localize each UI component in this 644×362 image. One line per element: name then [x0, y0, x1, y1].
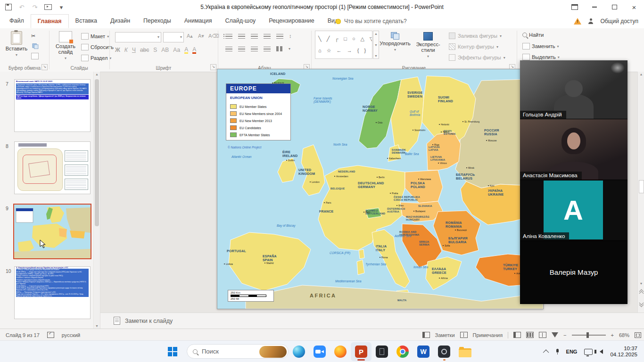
next-slide-button[interactable]: [638, 301, 644, 309]
speaker-icon[interactable]: [600, 349, 603, 354]
ribbon-tab[interactable]: Переходы: [137, 14, 178, 28]
clipboard-dialog-launcher[interactable]: ↘: [41, 64, 48, 70]
maximize-button[interactable]: [604, 0, 624, 14]
taskbar-zoom-icon[interactable]: [309, 342, 330, 361]
save-button[interactable]: [3, 1, 14, 13]
warning-icon[interactable]: [574, 18, 581, 25]
zoom-in-button[interactable]: +: [611, 332, 614, 338]
shapes-gallery-scroll[interactable]: ▲▼▼: [373, 31, 379, 59]
bold-button[interactable]: Ж: [115, 47, 120, 53]
italic-button[interactable]: К: [124, 47, 128, 53]
comments-icon[interactable]: [460, 332, 468, 338]
ribbon-tab[interactable]: Дизайн: [104, 14, 137, 28]
ribbon-tab[interactable]: Слайд-шоу: [218, 14, 262, 28]
zoom-percent[interactable]: 68%: [619, 332, 629, 338]
cut-button[interactable]: ✂: [31, 33, 35, 39]
taskbar-chrome-icon[interactable]: [392, 342, 413, 361]
font-name-combo[interactable]: ▾: [115, 32, 161, 42]
font-size-combo[interactable]: ▾: [163, 32, 184, 42]
slide-scrollbar[interactable]: ▲ ▼: [637, 72, 644, 313]
language-switcher[interactable]: ENG: [566, 349, 578, 354]
taskbar-edge-icon[interactable]: [289, 342, 309, 361]
text-direction-button[interactable]: ↕: [289, 33, 292, 39]
normal-view-button[interactable]: [513, 332, 521, 338]
share-button[interactable]: Общий доступ: [600, 18, 638, 25]
microphone-icon[interactable]: [556, 349, 559, 354]
zoom-out-button[interactable]: −: [563, 332, 566, 338]
smartart-convert-button[interactable]: ▾: [289, 47, 290, 51]
start-button[interactable]: [168, 347, 177, 356]
notes-toggle-icon[interactable]: [422, 332, 430, 338]
ribbon-tab[interactable]: Файл: [3, 14, 31, 28]
undo-button[interactable]: ↶: [16, 1, 27, 13]
bullets-button[interactable]: [225, 33, 232, 39]
shrink-font-button[interactable]: А▾: [198, 33, 204, 39]
video-tile-2[interactable]: Анастасія Максимова: [520, 119, 627, 180]
shape-outline-button[interactable]: Контур фигуры▾: [449, 43, 498, 50]
slide-thumbnail-8[interactable]: [14, 141, 91, 194]
taskbar-firefox-icon[interactable]: [330, 342, 351, 361]
video-tile-3[interactable]: A Аліна Коваленко: [520, 180, 627, 241]
shapes-gallery[interactable]: ╲ ╱ ┌ □ ○ △ ▽ ◇⌂ ☆ ← → { } ∟: [315, 31, 372, 59]
scroll-up-arrow[interactable]: ▲: [94, 73, 100, 76]
copy-button[interactable]: [31, 42, 40, 50]
taskbar-word-icon[interactable]: [413, 342, 434, 361]
font-dialog-launcher[interactable]: ↘: [210, 64, 216, 70]
notes-toggle-button[interactable]: Заметки: [435, 332, 455, 338]
display-icon[interactable]: [584, 349, 593, 355]
slideshow-view-button[interactable]: [552, 332, 558, 337]
change-case-button[interactable]: Аа: [173, 47, 180, 53]
character-spacing-button[interactable]: АВ: [161, 47, 169, 53]
video-tile-4[interactable]: Валерія Мазур: [520, 241, 627, 304]
align-right-button[interactable]: [251, 46, 258, 51]
layout-button[interactable]: Макет▾: [81, 33, 109, 40]
ribbon-tab[interactable]: Анимация: [178, 14, 219, 28]
columns-button[interactable]: [276, 46, 283, 51]
hidden-icons-chevron[interactable]: [543, 349, 549, 355]
reading-view-button[interactable]: [539, 332, 546, 338]
ribbon-tab[interactable]: Вставка: [69, 14, 104, 28]
redo-button[interactable]: ↷: [29, 1, 41, 13]
ribbon-display-options-button[interactable]: [565, 0, 585, 14]
align-center-button[interactable]: [238, 46, 245, 51]
ribbon-tab[interactable]: Главная: [31, 14, 69, 28]
close-button[interactable]: ×: [624, 0, 644, 14]
taskbar-notes-app-icon[interactable]: [372, 342, 392, 361]
notes-bar[interactable]: Заметки к слайду: [100, 313, 644, 329]
shape-effects-button[interactable]: Эффекты фигуры▾: [449, 54, 505, 61]
underline-button[interactable]: Ч: [132, 47, 136, 53]
taskbar-camera-app-icon[interactable]: [434, 342, 454, 361]
text-shadow-button[interactable]: S: [153, 47, 157, 53]
comments-toggle-button[interactable]: Примечания: [473, 332, 503, 338]
arrange-button[interactable]: Упорядочить ▾: [382, 32, 408, 53]
font-color-button[interactable]: А: [192, 46, 196, 54]
taskbar-powerpoint-icon[interactable]: [351, 342, 372, 361]
slide-sorter-view-button[interactable]: [526, 332, 534, 338]
grow-font-button[interactable]: А▴: [187, 33, 193, 39]
shape-fill-button[interactable]: Заливка фигуры▾: [449, 33, 502, 39]
paste-button[interactable]: Вставить ▾: [5, 31, 28, 58]
previous-slide-button[interactable]: [638, 290, 644, 297]
scrollbar-thumb[interactable]: [639, 180, 644, 193]
thumbnails-scrollbar[interactable]: ▲ ▼: [93, 72, 100, 329]
taskbar-explorer-icon[interactable]: [454, 342, 475, 361]
select-button[interactable]: Выделить▾: [522, 54, 560, 60]
ribbon-tab[interactable]: Рецензирование: [262, 14, 321, 28]
slide-thumbnail-10[interactable]: 3. Євроінтеграційний вектор України на і…: [14, 266, 91, 319]
tell-me-box[interactable]: Что вы хотите сделать?: [336, 14, 407, 28]
scroll-down-arrow[interactable]: ▼: [638, 282, 644, 285]
numbering-button[interactable]: [238, 33, 245, 39]
line-spacing-button[interactable]: [276, 33, 283, 39]
format-painter-button[interactable]: [31, 53, 39, 59]
video-tile-1[interactable]: Гольцов Андрій: [520, 60, 627, 119]
start-slideshow-button[interactable]: [42, 1, 54, 13]
quick-styles-button[interactable]: Экспресс-стили ▾: [411, 32, 445, 59]
slide-thumbnail-7[interactable]: Вільнюський саміт НАТО 11-12.07.2023 Під…: [14, 79, 91, 132]
find-button[interactable]: Найти: [522, 32, 544, 38]
zoom-slider[interactable]: [572, 335, 606, 336]
customize-qat-button[interactable]: ▾: [56, 1, 67, 13]
minimize-button[interactable]: [585, 0, 604, 14]
new-slide-button[interactable]: Создать слайд ▾: [53, 31, 78, 61]
strikethrough-button[interactable]: abc: [140, 47, 149, 53]
scrollbar-thumb[interactable]: [95, 79, 99, 226]
